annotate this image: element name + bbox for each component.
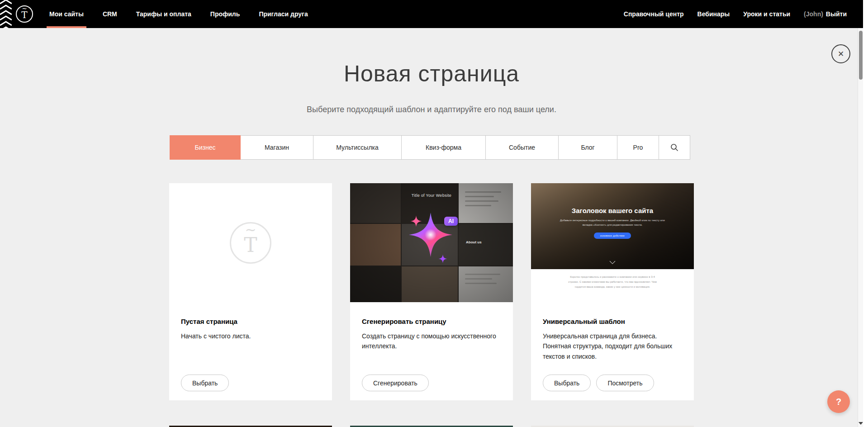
ai-template-preview[interactable]: Title of Your Website About us (350, 183, 513, 302)
nav-item-tariffs[interactable]: Тарифы и оплата (136, 0, 191, 28)
logout-button[interactable]: (John) Выйти (804, 10, 847, 18)
nav-item-label: Вебинары (697, 10, 730, 18)
template-body-text: Коротко представьтесь и расскажите о ком… (564, 275, 660, 289)
nav-item-label: Справочный центр (624, 10, 684, 18)
page-title: Новая страница (0, 61, 863, 87)
nav-item-label: Мои сайты (49, 10, 84, 18)
card-actions: Выбрать Посмотреть (543, 375, 654, 391)
close-icon: ✕ (838, 50, 844, 58)
tilda-logo[interactable]: ~ T (16, 5, 33, 23)
secondary-nav: Справочный центр Вебинары Уроки и статьи… (610, 10, 847, 18)
close-button[interactable]: ✕ (831, 44, 850, 63)
select-button[interactable]: Выбрать (181, 375, 229, 391)
generate-button[interactable]: Сгенерировать (362, 375, 429, 391)
card-body: Универсальный шаблон Универсальная стран… (531, 302, 694, 361)
card-title: Универсальный шаблон (543, 318, 682, 325)
tab-store[interactable]: Магазин (240, 135, 313, 160)
search-icon (670, 143, 678, 152)
template-card-ai-generate: Title of Your Website About us (350, 183, 513, 400)
select-button[interactable]: Выбрать (543, 375, 591, 391)
card-description: Создать страницу с помощью искусственног… (362, 331, 501, 351)
tab-search[interactable] (659, 135, 690, 160)
template-hero-heading: Заголовок вашего сайта (531, 183, 694, 214)
nav-item-label: CRM (103, 10, 117, 18)
card-description: Начать с чистого листа. (181, 331, 320, 341)
question-mark-icon: ? (836, 397, 841, 407)
card-title: Сгенерировать страницу (362, 318, 501, 325)
tab-label: Бизнес (195, 144, 216, 151)
nav-item-webinars[interactable]: Вебинары (697, 10, 730, 18)
nav-item-label: Профиль (210, 10, 240, 18)
template-cards-grid: ~ T Пустая страница Начать с чистого лис… (169, 183, 694, 400)
preview-button[interactable]: Посмотреть (596, 375, 654, 391)
card-actions: Сгенерировать (362, 375, 429, 391)
chevron-down-icon (610, 258, 616, 264)
tilda-logo-letter: T (17, 10, 32, 20)
template-text-section: Коротко представьтесь и расскажите о ком… (531, 275, 694, 302)
template-hero-section: Заголовок вашего сайта Добавьте интересн… (531, 183, 694, 269)
tab-label: Блог (581, 144, 594, 151)
scrollbar-thumb[interactable] (859, 31, 863, 80)
template-category-tabs: Бизнес Магазин Мультиссылка Квиз-форма С… (170, 135, 693, 160)
blank-template-preview[interactable]: ~ T (169, 183, 332, 302)
scrollbar-down-arrow[interactable] (859, 422, 863, 425)
tab-quiz-form[interactable]: Квиз-форма (401, 135, 486, 160)
user-name: (John) (804, 10, 823, 18)
tab-label: Квиз-форма (426, 144, 461, 151)
top-navigation-bar: ~ T Мои сайты CRM Тарифы и оплата Профил… (0, 0, 863, 28)
universal-template-preview[interactable]: Заголовок вашего сайта Добавьте интересн… (531, 183, 694, 302)
page-subtitle: Выберите подходящий шаблон и адаптируйте… (0, 105, 863, 114)
card-description: Универсальная страница для бизнеса. Поня… (543, 331, 682, 361)
template-hero-cta-button: основное действие (594, 232, 631, 239)
new-page-modal: ✕ Новая страница Выберите подходящий шаб… (0, 28, 863, 427)
card-body: Сгенерировать страницу Создать страницу … (350, 302, 513, 351)
nav-item-help-center[interactable]: Справочный центр (624, 10, 684, 18)
collage-site-title: Title of Your Website (350, 193, 513, 198)
ai-badge: AI (444, 217, 458, 226)
logout-label: Выйти (826, 10, 847, 18)
tab-event[interactable]: Событие (485, 135, 559, 160)
nav-item-profile[interactable]: Профиль (210, 0, 240, 28)
scrollbar (858, 28, 863, 427)
tab-label: Событие (509, 144, 535, 151)
collage-about-label: About us (466, 240, 482, 244)
template-hero-subtext: Добавьте интересные подробности о вашей … (559, 218, 666, 227)
card-actions: Выбрать (181, 375, 229, 391)
tab-label: Магазин (265, 144, 289, 151)
nav-item-crm[interactable]: CRM (103, 0, 117, 28)
tab-label: Мультиссылка (336, 144, 379, 151)
tilda-logo-letter: T (231, 233, 270, 257)
tab-multilink[interactable]: Мультиссылка (313, 135, 402, 160)
nav-item-label: Тарифы и оплата (136, 10, 191, 18)
tilda-watermark-logo: ~ T (230, 222, 271, 264)
nav-item-lessons[interactable]: Уроки и статьи (743, 10, 790, 18)
help-button[interactable]: ? (827, 390, 850, 413)
main-nav: Мои сайты CRM Тарифы и оплата Профиль Пр… (49, 0, 327, 28)
nav-item-label: Пригласи друга (259, 10, 308, 18)
nav-item-invite-friend[interactable]: Пригласи друга (259, 0, 308, 28)
tilda-zigzag-pattern (0, 0, 12, 28)
card-body: Пустая страница Начать с чистого листа. (169, 302, 332, 341)
card-title: Пустая страница (181, 318, 320, 325)
tab-blog[interactable]: Блог (558, 135, 617, 160)
tab-pro[interactable]: Pro (617, 135, 659, 160)
nav-item-label: Уроки и статьи (743, 10, 790, 18)
app-window: ~ T Мои сайты CRM Тарифы и оплата Профил… (0, 0, 868, 427)
tab-business[interactable]: Бизнес (170, 135, 241, 160)
template-card-universal: Заголовок вашего сайта Добавьте интересн… (531, 183, 694, 400)
nav-item-my-sites[interactable]: Мои сайты (49, 0, 84, 28)
tab-label: Pro (633, 144, 643, 151)
template-card-blank: ~ T Пустая страница Начать с чистого лис… (169, 183, 332, 400)
